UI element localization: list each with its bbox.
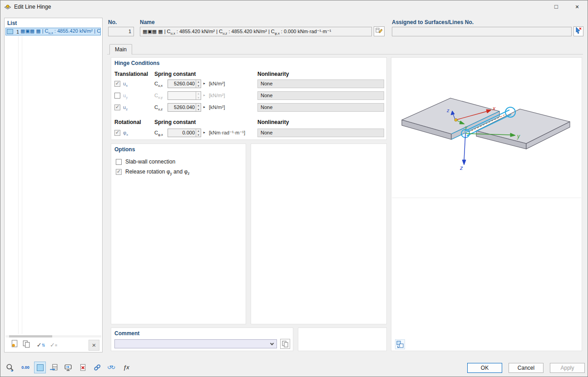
tabstrip-line — [107, 54, 583, 55]
find-in-graphic-button[interactable] — [4, 362, 16, 373]
scrollbar-thumb[interactable] — [9, 335, 52, 337]
list-toolbar: ✓⇅ ✓≡ × — [6, 340, 100, 351]
copy-hinge-button[interactable] — [21, 340, 32, 351]
line-hinge-icon — [4, 3, 11, 10]
maximize-button[interactable]: □ — [546, 0, 567, 13]
empty-panel — [251, 144, 387, 324]
cphix-spring-constant-input[interactable]: 0.000 ▴▾ — [168, 129, 201, 137]
spin-up-icon: ▴ — [196, 92, 201, 96]
copy-icon — [22, 340, 30, 348]
cux-detail-arrow-icon[interactable]: ▸ — [203, 81, 205, 85]
apply-button[interactable]: Apply — [550, 363, 585, 373]
cuz-detail-arrow-icon[interactable]: ▸ — [203, 105, 205, 109]
spinner-control[interactable]: ▴▾ — [196, 129, 201, 137]
cuz-unit: [kN/m²] — [209, 104, 225, 110]
phix-nonlinearity-field[interactable]: None — [257, 129, 384, 137]
list-header: List — [7, 20, 17, 26]
slab-wall-connection-label: Slab-wall connection — [125, 159, 175, 165]
hinge-color-button[interactable] — [34, 362, 46, 373]
check-all-button[interactable]: ✓⇅ — [35, 340, 46, 351]
cux-spring-constant-input[interactable]: 5260.040 ▴▾ — [168, 79, 201, 88]
decimal-places-button[interactable]: 0.00 — [20, 362, 31, 373]
update-view-button[interactable] — [395, 339, 405, 349]
spin-down-icon[interactable]: ▾ — [196, 133, 201, 137]
no-label: No. — [108, 19, 117, 25]
assigned-field[interactable] — [392, 27, 572, 36]
list-panel: List 1 ▦▣▦ ▦ | Cu,x : 4855.420 kN/m² | C — [4, 18, 103, 352]
cuy-label: Cu,y — [154, 93, 163, 99]
spin-up-icon[interactable]: ▴ — [196, 104, 201, 108]
ux-nonlinearity-field[interactable]: None — [257, 79, 384, 88]
check-icon: ✓ — [50, 342, 55, 348]
color-swatch-icon — [37, 364, 44, 371]
comment-combobox[interactable] — [114, 339, 277, 348]
list-lines-icon: ≡ — [55, 343, 57, 347]
list-item[interactable]: 1 ▦▣▦ ▦ | Cu,x : 4855.420 kN/m² | C — [5, 28, 101, 35]
check-selected-button[interactable]: ✓≡ — [48, 340, 59, 351]
formula-button[interactable]: ƒx — [120, 362, 132, 373]
copy-comment-button[interactable] — [280, 339, 290, 349]
uz-nonlinearity-field[interactable]: None — [257, 103, 384, 112]
titlebar[interactable]: Edit Line Hinge □ × — [0, 0, 588, 13]
show-on-screen-button[interactable] — [62, 362, 74, 373]
cphix-detail-arrow-icon[interactable]: ▸ — [203, 130, 205, 134]
edit-in-table-button[interactable] — [48, 362, 59, 373]
uz-label: uz — [123, 104, 128, 111]
uz-checkbox[interactable] — [114, 104, 120, 110]
close-button[interactable]: × — [567, 0, 588, 13]
graphic-preview-panel: z y x y z — [391, 57, 582, 351]
edit-pencil-icon — [376, 27, 383, 34]
spinner-control[interactable]: ▴▾ — [196, 80, 201, 88]
spin-down-icon[interactable]: ▾ — [196, 84, 201, 88]
spinner-control[interactable]: ▴▾ — [196, 104, 201, 111]
cuy-unit: [kN/m²] — [209, 93, 225, 98]
x-axis-label: x — [492, 105, 496, 112]
ok-button[interactable]: OK — [467, 363, 502, 373]
spin-up-icon[interactable]: ▴ — [196, 129, 201, 133]
new-item-icon — [10, 340, 19, 348]
list-column-divider — [22, 36, 22, 334]
spin-down-icon: ▾ — [196, 96, 201, 100]
z-axis-arrow — [462, 134, 466, 165]
pick-lines-button[interactable] — [573, 26, 583, 36]
delete-x-icon: × — [92, 341, 96, 349]
assigned-label: Assigned to Surfaces/Lines No. — [392, 19, 474, 25]
cancel-button[interactable]: Cancel — [509, 363, 544, 373]
check-icon: ✓ — [37, 342, 42, 348]
hinge-list[interactable]: 1 ▦▣▦ ▦ | Cu,x : 4855.420 kN/m² | C — [5, 27, 102, 334]
ux-checkbox[interactable] — [114, 81, 120, 87]
cphix-unit: [kNm·rad⁻¹·m⁻¹] — [209, 130, 245, 136]
delete-button[interactable] — [77, 362, 89, 373]
uy-label: uy — [123, 93, 128, 99]
link-button[interactable] — [91, 362, 103, 373]
release-rotation-checkbox[interactable] — [116, 169, 122, 175]
cuz-spring-constant-input[interactable]: 5260.040 ▴▾ — [168, 103, 201, 112]
new-hinge-button[interactable] — [9, 340, 20, 351]
exchange-button[interactable]: ↺↻ — [105, 362, 117, 373]
pick-cursor-icon — [575, 27, 582, 34]
delete-sheet-icon — [79, 363, 87, 372]
uy-checkbox[interactable] — [114, 93, 120, 99]
phix-checkbox[interactable] — [114, 130, 120, 136]
spin-down-icon[interactable]: ▾ — [196, 108, 201, 112]
cux-label: Cu,x — [154, 81, 163, 88]
uy-nonlinearity-field[interactable]: None — [257, 91, 384, 100]
chain-link-icon — [93, 363, 101, 372]
slab-wall-row: Slab-wall connection — [111, 158, 246, 167]
empty-panel — [298, 327, 387, 351]
edit-name-button[interactable] — [374, 26, 385, 36]
list-horizontal-scrollbar[interactable] — [5, 335, 101, 337]
tab-main[interactable]: Main — [109, 44, 132, 55]
ux-label: ux — [123, 81, 128, 88]
cux-unit: [kN/m²] — [209, 81, 225, 86]
slab-wall-connection-checkbox[interactable] — [116, 159, 122, 165]
cuy-spring-constant-input: ▴▾ — [168, 91, 201, 100]
delete-hinge-button[interactable]: × — [89, 340, 99, 351]
options-panel: Options Slab-wall connection Release rot… — [111, 144, 246, 324]
name-field[interactable]: ▦▣▦ ▦ | Cu,x : 4855.420 kN/m² | Cu,z : 4… — [140, 27, 372, 36]
spin-up-icon[interactable]: ▴ — [196, 80, 201, 84]
dropdown-arrow-icon[interactable] — [270, 342, 274, 345]
formula-icon: ƒx — [120, 362, 132, 373]
release-rotation-label: Release rotation φy and φz — [125, 169, 189, 176]
arrows-updown-icon: ⇅ — [42, 343, 45, 347]
